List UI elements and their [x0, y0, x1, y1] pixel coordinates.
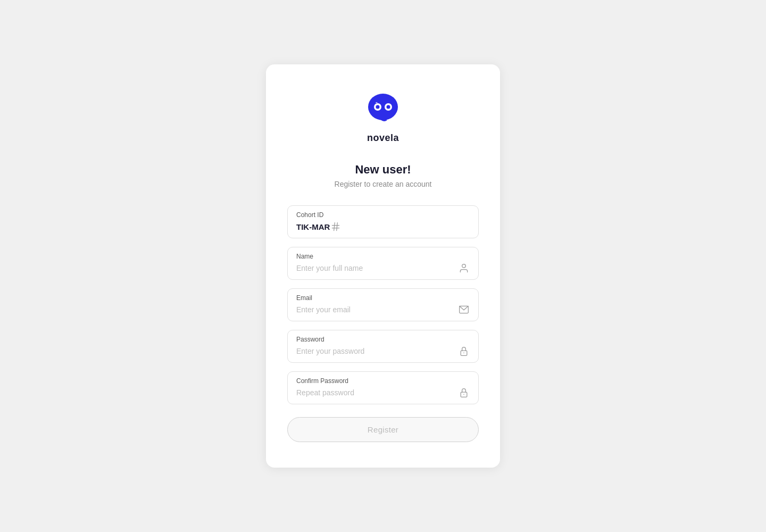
name-label: Name	[296, 253, 470, 260]
registration-card: " novela New user! Register to create an…	[266, 64, 500, 468]
lock-icon	[458, 345, 470, 357]
svg-point-0	[368, 94, 398, 120]
svg-line-9	[337, 223, 338, 231]
password-input[interactable]	[296, 347, 458, 355]
cohort-id-input-row: TIK-MAR	[296, 221, 470, 232]
cohort-id-label: Cohort ID	[296, 211, 470, 219]
svg-point-4	[387, 105, 390, 109]
page-subtitle: Register to create an account	[335, 180, 432, 188]
logo-container: " novela	[364, 90, 402, 144]
app-name: novela	[367, 132, 399, 144]
name-input[interactable]	[296, 264, 458, 272]
register-button[interactable]: Register	[287, 417, 479, 442]
email-icon	[458, 304, 470, 315]
hash-icon	[330, 221, 342, 232]
email-label: Email	[296, 294, 470, 302]
svg-text:": "	[376, 101, 378, 106]
svg-point-15	[463, 394, 464, 395]
confirm-password-field[interactable]: Confirm Password	[287, 371, 479, 404]
confirm-password-input-row	[296, 387, 470, 398]
email-input[interactable]	[296, 305, 458, 314]
app-logo-icon: "	[364, 90, 402, 128]
cohort-id-value: TIK-MAR	[296, 222, 330, 231]
confirm-password-input[interactable]	[296, 388, 458, 397]
page-title: New user!	[335, 163, 432, 177]
name-input-row	[296, 262, 470, 274]
password-input-row	[296, 345, 470, 357]
svg-point-13	[463, 353, 464, 354]
password-field[interactable]: Password	[287, 330, 479, 363]
heading-section: New user! Register to create an account	[335, 163, 432, 188]
person-icon	[458, 262, 470, 274]
email-input-row	[296, 304, 470, 315]
svg-line-8	[334, 223, 335, 231]
svg-point-10	[462, 264, 466, 268]
cohort-id-field: Cohort ID TIK-MAR	[287, 205, 479, 238]
confirm-lock-icon	[458, 387, 470, 398]
registration-form: Cohort ID TIK-MAR Name	[287, 205, 479, 442]
confirm-password-label: Confirm Password	[296, 377, 470, 385]
name-field[interactable]: Name	[287, 247, 479, 280]
email-field[interactable]: Email	[287, 288, 479, 321]
password-label: Password	[296, 336, 470, 343]
